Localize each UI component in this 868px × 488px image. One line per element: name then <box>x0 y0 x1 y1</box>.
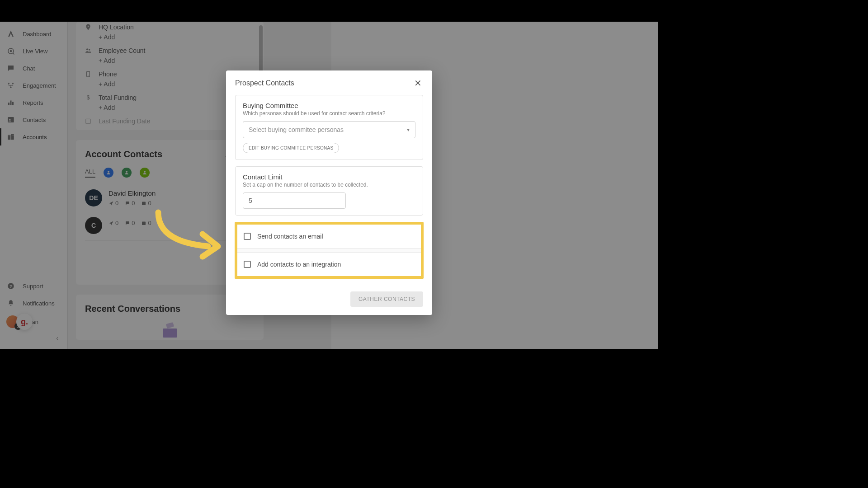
checkbox[interactable] <box>244 233 251 240</box>
section-title: Contact Limit <box>243 173 415 181</box>
close-icon[interactable]: ✕ <box>412 78 423 89</box>
modal-title: Prospect Contacts <box>235 79 294 87</box>
add-integration-option[interactable]: Add contacts to an integration <box>237 253 421 276</box>
send-email-option[interactable]: Send contacts an email <box>237 225 421 248</box>
contact-limit-section: Contact Limit Set a cap on the number of… <box>235 166 423 216</box>
persona-select[interactable]: Select buying commitee personas <box>243 121 415 138</box>
contact-limit-input[interactable] <box>243 192 346 209</box>
gather-contacts-button[interactable]: GATHER CONTACTS <box>350 291 423 307</box>
prospect-contacts-modal: Prospect Contacts ✕ Buying Committee Whi… <box>226 70 432 315</box>
section-title: Buying Committee <box>243 102 415 109</box>
section-subtitle: Which personas should be used for contac… <box>243 110 415 117</box>
section-subtitle: Set a cap on the number of contacts to b… <box>243 182 415 188</box>
buying-committee-section: Buying Committee Which personas should b… <box>235 95 423 160</box>
checkbox-label: Send contacts an email <box>257 233 323 240</box>
edit-personas-button[interactable]: EDIT BUYING COMMITEE PERSONAS <box>243 143 339 153</box>
checkbox-label: Add contacts to an integration <box>257 261 341 268</box>
checkbox[interactable] <box>244 261 251 268</box>
highlighted-options: Send contacts an email Add contacts to a… <box>235 222 424 279</box>
